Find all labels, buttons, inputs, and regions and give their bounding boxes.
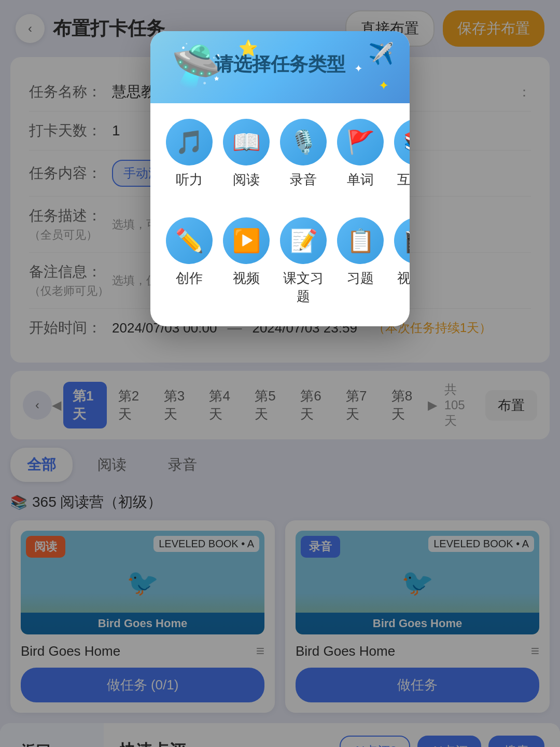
modal-item-exercise[interactable]: 📋 习题: [337, 217, 384, 306]
modal-item-vocab[interactable]: 🚩 单词: [337, 119, 384, 207]
modal-body: 🎵 听力 📖 阅读 🎙️ 录音 🚩 单词 📚: [150, 103, 410, 326]
record-label: 录音: [290, 171, 317, 189]
modal-item-video[interactable]: ▶️ 视频: [223, 217, 270, 306]
video-dub-label: 视频配音: [394, 269, 410, 306]
modal-item-record[interactable]: 🎙️ 录音: [280, 119, 327, 207]
record-icon-circle: 🎙️: [280, 119, 327, 165]
modal-item-create[interactable]: ✏️ 创作: [166, 217, 213, 306]
video-dub-icon-circle: 🎬: [394, 217, 410, 264]
read-label: 阅读: [233, 171, 260, 189]
video-icon-circle: ▶️: [223, 217, 270, 264]
modal-item-interactive[interactable]: 📚 NEW 互动课程: [394, 119, 410, 207]
video-label: 视频: [233, 269, 260, 287]
modal-item-listen[interactable]: 🎵 听力: [166, 119, 213, 207]
modal-header: 🛸 ✈️ ⭐ ✦ ✦ 请选择任务类型: [150, 31, 410, 103]
vocab-label: 单词: [347, 171, 374, 189]
text-exercise-icon-circle: 📝: [280, 217, 327, 264]
modal-grid: 🎵 听力 📖 阅读 🎙️ 录音 🚩 单词 📚: [166, 119, 394, 306]
modal-item-text-exercise[interactable]: 📝 课文习题: [280, 217, 327, 306]
create-label: 创作: [176, 269, 203, 287]
text-exercise-label: 课文习题: [280, 269, 327, 306]
listen-icon-circle: 🎵: [166, 119, 213, 165]
task-type-modal: 🛸 ✈️ ⭐ ✦ ✦ 请选择任务类型 🎵 听力 📖 阅读 🎙️ 录音: [150, 31, 410, 326]
listen-label: 听力: [176, 171, 203, 189]
exercise-icon-circle: 📋: [337, 217, 384, 264]
exercise-label: 习题: [347, 269, 374, 287]
interactive-icon-wrap: 📚 NEW: [394, 119, 410, 165]
modal-title: 请选择任务类型: [166, 52, 394, 77]
sparkle-icon: ✦: [379, 78, 389, 93]
create-icon-circle: ✏️: [166, 217, 213, 264]
vocab-icon-circle: 🚩: [337, 119, 384, 165]
modal-item-video-dub[interactable]: 🎬 视频配音: [394, 217, 410, 306]
read-icon-circle: 📖: [223, 119, 270, 165]
modal-overlay[interactable]: 🛸 ✈️ ⭐ ✦ ✦ 请选择任务类型 🎵 听力 📖 阅读 🎙️ 录音: [0, 0, 560, 747]
modal-item-read[interactable]: 📖 阅读: [223, 119, 270, 207]
interactive-icon-circle: 📚: [394, 119, 410, 165]
interactive-label: 互动课程: [394, 171, 410, 207]
